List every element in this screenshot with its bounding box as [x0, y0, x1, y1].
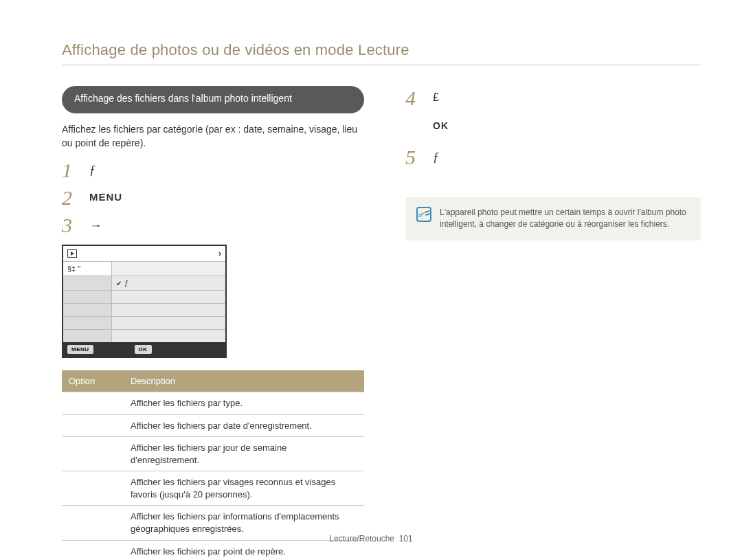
- device-row-label: [63, 276, 111, 290]
- desc-cell: Afficher les fichiers par visages reconn…: [124, 471, 364, 506]
- table-header-desc: Description: [124, 370, 364, 392]
- ok-label: OK: [433, 120, 449, 131]
- table-row: Afficher les fichiers par type.: [62, 392, 364, 415]
- intro-text: Affichez les fichiers par catégorie (par…: [62, 123, 364, 150]
- device-value-glyph: ƒ: [124, 279, 128, 287]
- left-steps: 1 ƒ 2 MENU 3 →: [62, 158, 364, 238]
- opt-cell: [62, 437, 124, 471]
- step-number: 2: [62, 186, 89, 210]
- desc-cell: Afficher les fichiers par date d'enregis…: [124, 414, 364, 437]
- title-rule: [62, 65, 701, 65]
- opt-cell: [62, 414, 124, 437]
- right-steps: 4 £ . OK 5 ƒ: [405, 86, 701, 170]
- device-row-label: §‡ ": [63, 262, 111, 276]
- desc-cell: Afficher les fichiers par type.: [124, 392, 364, 415]
- step-number: 3: [62, 213, 89, 238]
- device-screenshot: › §‡ " ƒ MENU OK: [62, 245, 227, 358]
- step-number: 1: [62, 158, 89, 183]
- step-number: 5: [405, 145, 433, 170]
- chevron-right-icon: ›: [218, 249, 221, 258]
- table-row: Afficher les fichiers par jour de semain…: [62, 437, 364, 471]
- play-icon: [67, 249, 77, 258]
- step-number: 4: [405, 86, 433, 111]
- options-table: Option Description Afficher les fichiers…: [62, 370, 364, 560]
- device-menu-chip: MENU: [67, 345, 93, 354]
- note-text: L'appareil photo peut mettre un certain …: [440, 207, 690, 231]
- info-icon: [416, 207, 431, 222]
- info-note: L'appareil photo peut mettre un certain …: [405, 197, 701, 240]
- opt-cell: [62, 471, 124, 506]
- table-header-option: Option: [62, 370, 124, 392]
- step-glyph: ƒ: [433, 150, 439, 165]
- device-ok-chip: OK: [135, 345, 152, 354]
- check-icon: [116, 279, 122, 287]
- step-glyph: ƒ: [89, 164, 95, 178]
- desc-cell: Afficher les fichiers par jour de semain…: [124, 437, 364, 471]
- page-footer: Lecture/Retouche 101: [0, 534, 742, 544]
- opt-cell: [62, 392, 124, 415]
- pound-glyph: £: [433, 91, 439, 104]
- table-row: Afficher les fichiers par visages reconn…: [62, 471, 364, 506]
- footer-page-number: 101: [399, 534, 413, 544]
- arrow-right-icon: →: [89, 219, 102, 233]
- footer-section: Lecture/Retouche: [329, 534, 394, 544]
- table-row: Afficher les fichiers par date d'enregis…: [62, 414, 364, 437]
- page-title: Affichage de photos ou de vidéos en mode…: [62, 41, 701, 59]
- menu-label: MENU: [89, 191, 122, 203]
- section-pill: Affichage des fichiers dans l'album phot…: [62, 86, 364, 113]
